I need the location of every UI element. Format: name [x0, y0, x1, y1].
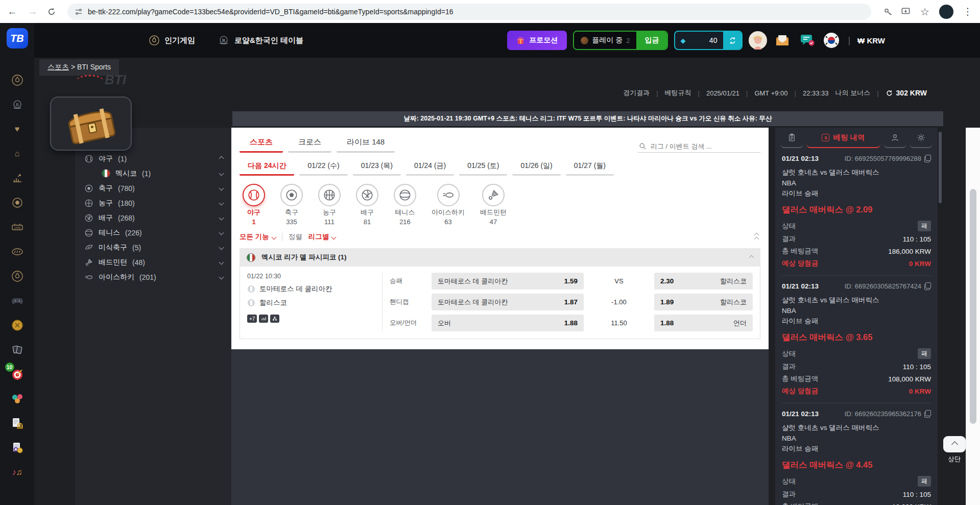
date-tab[interactable]: 01/27 (월) — [566, 159, 614, 176]
match-results-link[interactable]: 경기결과 — [623, 88, 650, 98]
home-team[interactable]: 토마테로스 데 쿨리아칸 — [247, 284, 375, 294]
nav-popular-games[interactable]: 인기게임 — [149, 35, 195, 46]
friends-avatars-icon[interactable] — [10, 392, 25, 405]
currency-label[interactable]: ₩ KRW — [857, 36, 885, 45]
sidebar-item-badminton[interactable]: 배드민턴 (48) — [75, 255, 231, 270]
event-search[interactable] — [638, 140, 760, 153]
gamepad-icon[interactable] — [10, 294, 25, 307]
deposit-button[interactable]: 입금 — [636, 32, 667, 49]
odds-button-over[interactable]: 오버1.88 — [432, 315, 584, 331]
browser-forward-icon[interactable]: → — [27, 6, 39, 17]
wallet-refresh-button[interactable] — [723, 31, 742, 50]
account-tab[interactable] — [883, 128, 906, 148]
lineup-icon[interactable] — [270, 315, 279, 323]
sport-filter-basketball[interactable]: 농구 111 — [318, 184, 341, 225]
sport-filter-hockey[interactable]: 아이스하키 63 — [432, 184, 465, 225]
sort-by-league-dropdown[interactable]: 리그별 — [308, 232, 336, 242]
sport-filter-baseball[interactable]: 야구 1 — [243, 184, 265, 225]
chat-icon[interactable] — [798, 31, 816, 50]
sidebar-item-tennis[interactable]: 테니스 (226) — [75, 225, 231, 240]
copy-icon[interactable] — [924, 410, 931, 418]
chevron-down-icon[interactable] — [219, 230, 224, 235]
mail-icon[interactable] — [773, 31, 792, 50]
tab-cross[interactable]: 크로스 — [288, 135, 331, 153]
user-avatar[interactable] — [749, 31, 767, 50]
promotion-button[interactable]: 프로모션 — [507, 31, 567, 50]
soccer-ball-icon[interactable] — [10, 196, 25, 209]
scroll-to-top-button[interactable]: 상단 — [943, 436, 966, 464]
home-icon[interactable]: ⌂ — [10, 147, 25, 160]
favorites-heart-icon[interactable]: ♥ — [10, 122, 25, 136]
install-app-icon[interactable] — [901, 7, 911, 16]
stats-icon[interactable] — [259, 315, 268, 323]
sport-filter-badminton[interactable]: 배드민턴 47 — [480, 184, 507, 225]
site-logo[interactable]: TB — [7, 28, 28, 49]
sports-chart-icon[interactable] — [10, 171, 25, 185]
site-info-icon[interactable] — [75, 8, 83, 16]
betslip-tab[interactable] — [780, 128, 803, 148]
sport-filter-tennis[interactable]: 테니스 216 — [394, 184, 416, 225]
chevron-down-icon[interactable] — [219, 245, 224, 250]
address-bar[interactable]: be-ttk-222.com/play?gameCode=133bec54e&p… — [67, 4, 871, 20]
chevron-down-icon[interactable] — [219, 260, 224, 265]
league-header[interactable]: 멕시코 리가 델 파시피코 (1) — [240, 248, 760, 267]
minigame-flame-icon[interactable] — [10, 269, 25, 283]
music-notes-icon[interactable]: ♪♫ — [10, 465, 25, 479]
panel-scrollbar-thumb[interactable] — [939, 132, 942, 203]
bet-history-tab[interactable]: s 베팅 내역 — [806, 128, 880, 148]
sidebar-item-basketball[interactable]: 농구 (180) — [75, 196, 231, 210]
chevron-up-icon[interactable] — [219, 156, 224, 161]
live-casino-icon[interactable]: LIVE — [10, 220, 25, 234]
odds-button-away[interactable]: 1.89할리스코 — [654, 294, 753, 310]
date-tab[interactable]: 01/26 (일) — [512, 159, 560, 176]
date-tab[interactable]: 01/24 (금) — [406, 159, 454, 176]
chevron-up-icon[interactable] — [749, 255, 754, 260]
nav-royal-korean-table[interactable]: R 로얄&한국인 테이블 — [218, 34, 303, 46]
sidebar-item-baseball[interactable]: 야구 (1) — [75, 151, 231, 166]
gold-coin-icon[interactable] — [10, 318, 25, 332]
settings-tab[interactable] — [910, 128, 933, 148]
odds-button-under[interactable]: 1.88언더 — [654, 315, 753, 331]
page-scrollbar[interactable] — [966, 128, 980, 505]
playing-status[interactable]: 플레이 중 2 — [574, 32, 636, 49]
dart-target-icon[interactable]: 10 — [10, 367, 25, 381]
cards-icon[interactable] — [10, 343, 25, 356]
more-markets-badge[interactable]: +7 — [247, 315, 257, 323]
copy-icon[interactable] — [924, 155, 931, 162]
odds-button-home[interactable]: 토마테로스 데 쿨리아칸1.59 — [432, 273, 584, 290]
bonus-document-icon[interactable] — [10, 441, 25, 454]
sidebar-item-football[interactable]: 미식축구 (5) — [75, 240, 231, 255]
tab-sports[interactable]: 스포츠 — [240, 135, 283, 153]
popular-games-flame-icon[interactable] — [10, 73, 25, 87]
date-tab[interactable]: 01/25 (토) — [459, 159, 507, 176]
bookmark-star-icon[interactable]: ☆ — [919, 6, 931, 18]
copy-icon[interactable] — [924, 282, 931, 290]
royal-table-icon[interactable]: R — [10, 98, 25, 111]
sidebar-item-mexico[interactable]: 멕시코 (1) — [75, 166, 231, 181]
password-key-icon[interactable] — [883, 7, 893, 16]
breadcrumb-section[interactable]: 스포츠 — [47, 63, 69, 71]
odds-button-away[interactable]: 2.30할리스코 — [654, 273, 753, 290]
scrollbar-thumb[interactable] — [970, 189, 976, 424]
date-tab[interactable]: 01/23 (목) — [353, 159, 401, 176]
browser-back-icon[interactable]: ← — [6, 6, 18, 17]
collapse-all-button[interactable] — [755, 233, 760, 241]
away-team[interactable]: 할리스코 — [247, 298, 375, 307]
betting-rules-link[interactable]: 베팅규칙 — [665, 88, 691, 98]
date-tab[interactable]: 01/22 (수) — [299, 159, 347, 176]
wallet-refresh[interactable]: 302 KRW — [886, 89, 927, 97]
tab-live[interactable]: 라이브 148 — [337, 135, 395, 153]
my-bonus-link[interactable]: 나의 보너스 — [835, 88, 871, 98]
all-features-dropdown[interactable]: 모든 기능 — [240, 232, 276, 242]
sport-filter-volleyball[interactable]: 배구 81 — [356, 184, 378, 225]
chevron-down-icon[interactable] — [219, 215, 224, 221]
browser-profile-avatar[interactable] — [939, 5, 953, 19]
korea-flag-icon[interactable] — [822, 31, 841, 50]
chevron-down-icon[interactable] — [219, 171, 224, 176]
date-tab-next24h[interactable]: 다음 24시간 — [240, 159, 294, 176]
sidebar-item-volleyball[interactable]: 배구 (268) — [75, 210, 231, 225]
sport-filter-soccer[interactable]: 축구 335 — [280, 184, 303, 225]
slots-icon[interactable] — [10, 245, 25, 258]
chevron-down-icon[interactable] — [219, 201, 224, 206]
sidebar-item-soccer[interactable]: 축구 (780) — [75, 181, 231, 196]
